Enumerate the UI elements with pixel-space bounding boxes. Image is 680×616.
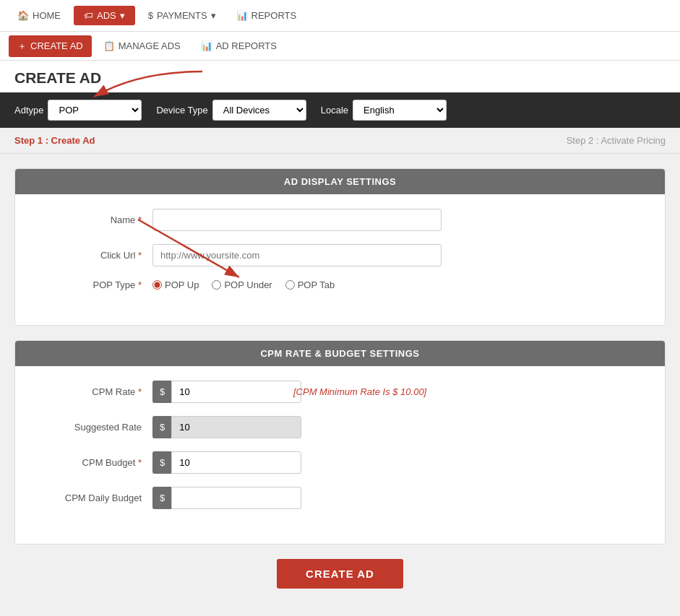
ad-display-body: Name * Click Url * POP Type * (15, 194, 665, 325)
locale-select[interactable]: English French Spanish German (353, 100, 447, 121)
device-type-label: Device Type (156, 105, 207, 116)
page-title: CREATE AD (14, 69, 666, 87)
step2: Step 2 : Activate Pricing (567, 135, 666, 146)
suggested-rate-dollar: $ (152, 416, 171, 438)
tag-icon: 🏷 (84, 10, 93, 21)
name-input[interactable] (152, 209, 442, 231)
cpm-budget-input-group: $ (152, 451, 283, 474)
cpm-rate-row: CPM Rate * $ [CPM Minimum Rate Is $ 10.0… (37, 381, 643, 403)
cpm-rate-dollar: $ (152, 381, 171, 403)
page-title-wrapper: CREATE AD (0, 61, 680, 92)
name-row: Name * (37, 209, 643, 231)
cpm-budget-label: CPM Budget * (37, 457, 152, 468)
cpm-rate-label: CPM Rate * (37, 386, 152, 397)
cpm-daily-budget-input-group: $ (152, 487, 283, 509)
click-url-input[interactable] (152, 244, 442, 266)
nav-home[interactable]: 🏠 HOME (7, 0, 71, 31)
locale-group: Locale English French Spanish German (321, 100, 447, 121)
content-area: AD DISPLAY SETTINGS Name * (0, 154, 680, 616)
device-type-group: Device Type All Devices Desktop Mobile T… (156, 100, 306, 121)
cpm-settings-card: CPM RATE & BUDGET SETTINGS CPM Rate * $ … (14, 340, 666, 545)
cpm-settings-header: CPM RATE & BUDGET SETTINGS (15, 341, 665, 366)
suggested-rate-row: Suggested Rate $ (37, 416, 643, 438)
pop-under-radio-label[interactable]: POP Under (212, 279, 272, 290)
pop-type-row: POP Type * POP Up POP Under POP Tab (37, 279, 643, 290)
sub-nav: ＋ CREATE AD 📋 MANAGE ADS 📊 AD REPORTS (0, 32, 680, 61)
report-icon: 📊 (201, 40, 212, 51)
toolbar: Adtype POP Banner Native Device Type All… (0, 92, 680, 128)
nav-reports[interactable]: 📊 REPORTS (226, 0, 307, 31)
pop-tab-radio-label[interactable]: POP Tab (285, 279, 335, 290)
subnav-create-ad[interactable]: ＋ CREATE AD (9, 35, 92, 57)
cpm-rate-hint: [CPM Minimum Rate Is $ 10.00] (293, 386, 426, 397)
name-label: Name * (37, 214, 152, 225)
pop-up-radio[interactable] (152, 280, 162, 290)
cpm-daily-budget-dollar: $ (152, 487, 171, 509)
ad-display-header: AD DISPLAY SETTINGS (15, 169, 665, 194)
locale-label: Locale (321, 105, 348, 116)
pop-under-radio[interactable] (212, 280, 221, 290)
subnav-ad-reports[interactable]: 📊 AD REPORTS (191, 32, 287, 60)
device-type-select[interactable]: All Devices Desktop Mobile Tablet (212, 100, 306, 121)
cpm-daily-budget-label: CPM Daily Budget (37, 493, 152, 503)
dollar-icon: $ (148, 10, 153, 21)
click-url-label: Click Url * (37, 250, 152, 261)
suggested-rate-input-group: $ (152, 416, 283, 438)
top-nav: 🏠 HOME 🏷 ADS ▾ $ PAYMENTS ▾ 📊 REPORTS (0, 0, 680, 32)
ad-display-card: AD DISPLAY SETTINGS Name * (14, 168, 666, 326)
step1: Step 1 : Create Ad (14, 135, 95, 146)
nav-ads[interactable]: 🏷 ADS ▾ (74, 6, 135, 25)
chevron-down-icon: ▾ (211, 10, 216, 21)
cpm-budget-input[interactable] (171, 451, 301, 474)
pop-type-radio-group: POP Up POP Under POP Tab (152, 279, 335, 290)
pop-type-label: POP Type * (37, 279, 152, 290)
manage-icon: 📋 (103, 40, 115, 51)
steps-bar: Step 1 : Create Ad Step 2 : Activate Pri… (0, 128, 680, 154)
cpm-daily-budget-input[interactable] (171, 487, 301, 509)
pop-tab-radio[interactable] (285, 280, 295, 290)
home-icon: 🏠 (17, 10, 29, 21)
cpm-budget-row: CPM Budget * $ (37, 451, 643, 474)
cpm-rate-input-group: $ (152, 381, 283, 403)
plus-icon: ＋ (17, 40, 27, 53)
adtype-select[interactable]: POP Banner Native (48, 100, 142, 121)
cpm-budget-dollar: $ (152, 451, 171, 474)
create-ad-button[interactable]: CREATE AD (277, 559, 403, 589)
suggested-rate-input (171, 416, 301, 438)
subnav-manage-ads[interactable]: 📋 MANAGE ADS (93, 32, 191, 60)
adtype-group: Adtype POP Banner Native (14, 100, 142, 121)
suggested-rate-label: Suggested Rate (37, 422, 152, 433)
adtype-label: Adtype (14, 105, 43, 116)
cpm-settings-body: CPM Rate * $ [CPM Minimum Rate Is $ 10.0… (15, 366, 665, 544)
cpm-daily-budget-row: CPM Daily Budget $ (37, 487, 643, 509)
chart-icon: 📊 (236, 10, 248, 21)
chevron-down-icon: ▾ (120, 10, 125, 21)
click-url-row: Click Url * (37, 244, 643, 266)
cpm-rate-input[interactable] (171, 381, 301, 403)
pop-up-radio-label[interactable]: POP Up (152, 279, 199, 290)
nav-payments[interactable]: $ PAYMENTS ▾ (138, 0, 226, 31)
